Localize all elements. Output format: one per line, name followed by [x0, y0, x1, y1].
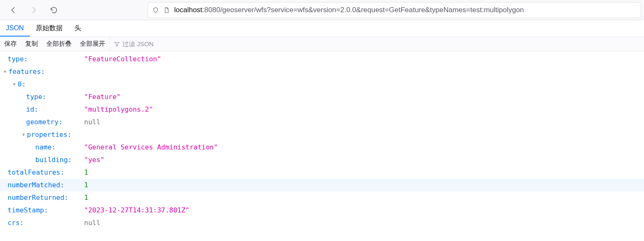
url-host: localhost	[174, 6, 202, 14]
back-button[interactable]	[7, 3, 20, 17]
json-tree: type: "FeatureCollection" ▼features: ▼0:…	[0, 51, 644, 238]
page-icon[interactable]	[163, 7, 170, 13]
json-key: crs	[8, 219, 20, 227]
json-value: null	[84, 217, 101, 229]
forward-icon	[29, 6, 38, 14]
json-row-numbermatched[interactable]: numberMatched: 1	[0, 179, 644, 191]
json-value: 1	[84, 191, 88, 204]
json-value: null	[84, 116, 101, 128]
back-icon	[9, 6, 18, 14]
json-value: 1	[84, 179, 88, 191]
url-text: localhost:8080/geoserver/wfs?service=wfs…	[174, 6, 524, 14]
chevron-down-icon[interactable]: ▼	[21, 128, 26, 141]
json-row-building[interactable]: building: "yes"	[0, 154, 644, 166]
json-row-numberreturned[interactable]: numberReturned: 1	[0, 191, 644, 204]
copy-button[interactable]: 复制	[21, 37, 42, 51]
json-row-fid[interactable]: id: "multipolygons.2"	[0, 103, 644, 116]
json-key: id	[26, 105, 34, 113]
tab-raw-data[interactable]: 原始数据	[30, 20, 69, 37]
json-key: type	[26, 93, 42, 101]
json-value: "General Services Administration"	[84, 141, 218, 154]
json-key: properties	[27, 128, 67, 141]
chevron-down-icon[interactable]: ▼	[3, 65, 8, 78]
collapse-all-button[interactable]: 全部折叠	[42, 37, 76, 51]
tab-headers[interactable]: 头	[69, 20, 87, 37]
nav-group	[3, 3, 64, 17]
shield-icon[interactable]	[152, 7, 159, 13]
reload-button[interactable]	[47, 3, 61, 17]
json-row-name[interactable]: name: "General Services Administration"	[0, 141, 644, 154]
json-row-timestamp[interactable]: timeStamp: "2023-12-27T14:31:37.801Z"	[0, 204, 644, 217]
json-key: features	[8, 65, 41, 78]
json-value: 1	[84, 166, 88, 179]
viewer-tabs: JSON 原始数据 头	[0, 20, 644, 37]
chevron-down-icon[interactable]: ▼	[12, 78, 17, 91]
save-button[interactable]: 保存	[0, 37, 21, 51]
json-key: type	[8, 55, 24, 63]
filter-input[interactable]	[122, 40, 190, 47]
json-value: "FeatureCollection"	[84, 53, 161, 65]
json-key: 0	[18, 78, 22, 91]
json-row-totalfeatures[interactable]: totalFeatures: 1	[0, 166, 644, 179]
json-key: numberMatched	[8, 181, 60, 189]
tab-json[interactable]: JSON	[0, 20, 30, 37]
json-row-index0[interactable]: ▼0:	[0, 78, 644, 91]
json-row-features[interactable]: ▼features:	[0, 65, 644, 78]
json-toolbar: 保存 复制 全部折叠 全部展开	[0, 37, 644, 51]
url-bar[interactable]: localhost:8080/geoserver/wfs?service=wfs…	[148, 3, 641, 18]
reload-icon	[50, 6, 58, 14]
expand-all-button[interactable]: 全部展开	[76, 37, 109, 51]
json-key: name	[35, 143, 52, 151]
browser-toolbar: localhost:8080/geoserver/wfs?service=wfs…	[0, 0, 644, 20]
json-key: numberReturned	[8, 194, 64, 202]
url-rest: :8080/geoserver/wfs?service=wfs&version=…	[202, 6, 524, 14]
filter-icon	[114, 41, 120, 47]
json-value: "Feature"	[84, 91, 121, 103]
json-row-properties[interactable]: ▼properties:	[0, 128, 644, 141]
json-key: totalFeatures	[8, 168, 60, 176]
json-value: "multipolygons.2"	[84, 103, 153, 116]
json-key: building	[35, 156, 68, 164]
json-row-type[interactable]: type: "FeatureCollection"	[0, 53, 644, 65]
json-value: "yes"	[84, 154, 104, 166]
json-value: "2023-12-27T14:31:37.801Z"	[84, 204, 189, 217]
json-row-geometry[interactable]: geometry: null	[0, 116, 644, 128]
json-row-crs[interactable]: crs: null	[0, 217, 644, 229]
json-key: timeStamp	[8, 206, 44, 214]
forward-button	[27, 3, 40, 17]
filter-wrap	[109, 37, 194, 51]
json-key: geometry	[26, 118, 58, 126]
json-row-ftype[interactable]: type: "Feature"	[0, 91, 644, 103]
